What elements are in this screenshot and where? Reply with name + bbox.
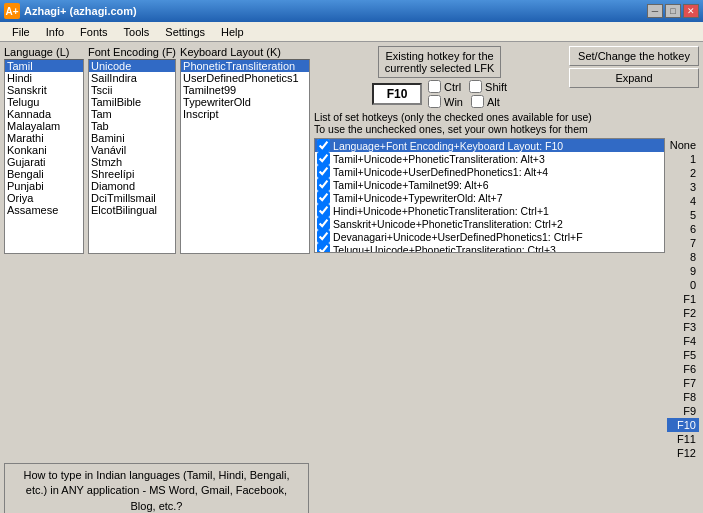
kb-item-inscript[interactable]: Inscript (181, 108, 309, 120)
hotkey-check-4[interactable] (317, 191, 330, 204)
win-checkbox[interactable] (428, 95, 441, 108)
hotkey-check-5[interactable] (317, 204, 330, 217)
side-num-1[interactable]: 1 (667, 152, 699, 166)
lang-item-marathi[interactable]: Marathi (5, 132, 83, 144)
font-item-tscii[interactable]: Tscii (89, 84, 175, 96)
menu-fonts[interactable]: Fonts (72, 25, 116, 39)
side-num-4[interactable]: 4 (667, 194, 699, 208)
side-num-0[interactable]: 0 (667, 278, 699, 292)
lang-item-malayalam[interactable]: Malayalam (5, 120, 83, 132)
hotkey-item-1[interactable]: Tamil+Unicode+PhoneticTransliteration: A… (315, 152, 664, 165)
title-bar: A+ Azhagi+ (azhagi.com) ─ □ ✕ (0, 0, 703, 22)
menu-info[interactable]: Info (38, 25, 72, 39)
set-hotkey-button[interactable]: Set/Change the hotkey (569, 46, 699, 66)
font-listbox[interactable]: Unicode SailIndira Tscii TamilBible Tam … (88, 59, 176, 254)
hotkey-check-7[interactable] (317, 230, 330, 243)
font-item-bamini[interactable]: Bamini (89, 132, 175, 144)
font-item-shreelípi[interactable]: Shreelípi (89, 168, 175, 180)
hotkey-check-0[interactable] (317, 139, 330, 152)
hotkey-existing-label: Existing hotkey for the currently select… (378, 46, 501, 78)
side-num-7[interactable]: 7 (667, 236, 699, 250)
menu-file[interactable]: File (4, 25, 38, 39)
lang-item-tamil[interactable]: Tamil (5, 60, 83, 72)
side-num-f4[interactable]: F4 (667, 334, 699, 348)
hotkey-item-2[interactable]: Tamil+Unicode+UserDefinedPhonetics1: Alt… (315, 165, 664, 178)
side-num-f8[interactable]: F8 (667, 390, 699, 404)
lang-item-gujarati[interactable]: Gujarati (5, 156, 83, 168)
close-button[interactable]: ✕ (683, 4, 699, 18)
font-item-sailindira[interactable]: SailIndira (89, 72, 175, 84)
hotkey-check-2[interactable] (317, 165, 330, 178)
side-num-f1[interactable]: F1 (667, 292, 699, 306)
side-num-f7[interactable]: F7 (667, 376, 699, 390)
hotkey-list-area: Language+Font Encoding+Keyboard Layout: … (314, 138, 699, 460)
hotkey-item-4[interactable]: Tamil+Unicode+TypewriterOld: Alt+7 (315, 191, 664, 204)
shift-checkbox[interactable] (469, 80, 482, 93)
font-item-vanavil[interactable]: Vanávil (89, 144, 175, 156)
alt-checkbox[interactable] (471, 95, 484, 108)
side-num-none[interactable]: None (667, 138, 699, 152)
hotkey-display-row: F10 Ctrl Shift (372, 80, 507, 108)
side-num-f11[interactable]: F11 (667, 432, 699, 446)
side-num-f3[interactable]: F3 (667, 320, 699, 334)
side-num-5[interactable]: 5 (667, 208, 699, 222)
side-num-6[interactable]: 6 (667, 222, 699, 236)
font-item-tam[interactable]: Tam (89, 108, 175, 120)
font-item-diamond[interactable]: Diamond (89, 180, 175, 192)
font-item-elcot[interactable]: ElcotBilingual (89, 204, 175, 216)
hotkey-item-6[interactable]: Sanskrit+Unicode+PhoneticTransliteration… (315, 217, 664, 230)
expand-button[interactable]: Expand (569, 68, 699, 88)
side-num-f5[interactable]: F5 (667, 348, 699, 362)
modifier-row2: Win Alt (428, 95, 507, 108)
side-num-3[interactable]: 3 (667, 180, 699, 194)
hotkey-item-5[interactable]: Hindi+Unicode+PhoneticTransliteration: C… (315, 204, 664, 217)
menu-help[interactable]: Help (213, 25, 252, 39)
hotkey-check-6[interactable] (317, 217, 330, 230)
side-num-8[interactable]: 8 (667, 250, 699, 264)
font-item-stmzh[interactable]: Stmzh (89, 156, 175, 168)
hotkey-section: Existing hotkey for the currently select… (314, 46, 699, 460)
side-num-f6[interactable]: F6 (667, 362, 699, 376)
hotkey-list-labels: List of set hotkeys (only the checked on… (314, 111, 699, 135)
hotkey-check-1[interactable] (317, 152, 330, 165)
hotkey-item-0[interactable]: Language+Font Encoding+Keyboard Layout: … (315, 139, 664, 152)
font-item-tab[interactable]: Tab (89, 120, 175, 132)
lang-item-bengali[interactable]: Bengali (5, 168, 83, 180)
side-num-9[interactable]: 9 (667, 264, 699, 278)
hotkey-item-7[interactable]: Devanagari+Unicode+UserDefinedPhonetics1… (315, 230, 664, 243)
hotkey-item-8[interactable]: Telugu+Unicode+PhoneticTransliteration: … (315, 243, 664, 253)
menu-tools[interactable]: Tools (116, 25, 158, 39)
ctrl-checkbox[interactable] (428, 80, 441, 93)
lang-item-assamese[interactable]: Assamese (5, 204, 83, 216)
lang-item-konkani[interactable]: Konkani (5, 144, 83, 156)
side-num-f10[interactable]: F10 (667, 418, 699, 432)
side-num-f9[interactable]: F9 (667, 404, 699, 418)
lang-item-punjabi[interactable]: Punjabi (5, 180, 83, 192)
maximize-button[interactable]: □ (665, 4, 681, 18)
side-num-f12[interactable]: F12 (667, 446, 699, 460)
hotkey-listbox[interactable]: Language+Font Encoding+Keyboard Layout: … (314, 138, 665, 253)
keyboard-listbox[interactable]: PhoneticTransliteration UserDefinedPhone… (180, 59, 310, 254)
font-item-dcitm[interactable]: DciTmillsmail (89, 192, 175, 204)
lang-item-kannada[interactable]: Kannada (5, 108, 83, 120)
kb-item-tamilnet99[interactable]: Tamilnet99 (181, 84, 309, 96)
modifier-row1: Ctrl Shift (428, 80, 507, 93)
lang-item-telugu[interactable]: Telugu (5, 96, 83, 108)
font-item-tamilbible[interactable]: TamilBible (89, 96, 175, 108)
side-num-2[interactable]: 2 (667, 166, 699, 180)
hotkey-check-3[interactable] (317, 178, 330, 191)
kb-item-udp1[interactable]: UserDefinedPhonetics1 (181, 72, 309, 84)
lang-item-sanskrit[interactable]: Sanskrit (5, 84, 83, 96)
side-num-f2[interactable]: F2 (667, 306, 699, 320)
hotkey-check-8[interactable] (317, 243, 330, 253)
language-listbox[interactable]: Tamil Hindi Sanskrit Telugu Kannada Mala… (4, 59, 84, 254)
lang-item-oriya[interactable]: Oriya (5, 192, 83, 204)
font-item-unicode[interactable]: Unicode (89, 60, 175, 72)
hotkey-item-3[interactable]: Tamil+Unicode+Tamilnet99: Alt+6 (315, 178, 664, 191)
minimize-button[interactable]: ─ (647, 4, 663, 18)
middle-section: How to type in Indian languages (Tamil, … (4, 463, 699, 513)
kb-item-typewriterold[interactable]: TypewriterOld (181, 96, 309, 108)
kb-item-phonetic[interactable]: PhoneticTransliteration (181, 60, 309, 72)
lang-item-hindi[interactable]: Hindi (5, 72, 83, 84)
menu-settings[interactable]: Settings (157, 25, 213, 39)
